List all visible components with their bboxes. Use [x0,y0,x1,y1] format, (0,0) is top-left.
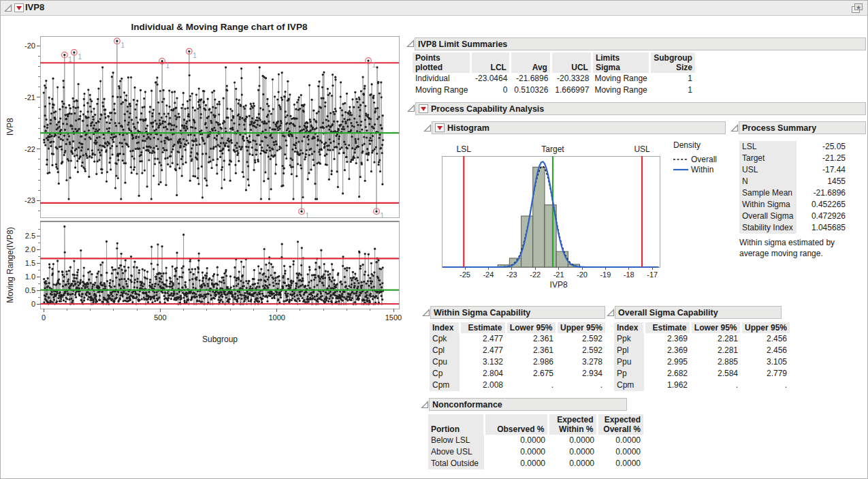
table-row[interactable]: Cpm2.008.. [430,380,605,391]
table-row[interactable]: Within Sigma0.452265 [739,199,848,211]
table-cell: 0.510326 [510,84,551,96]
table-row[interactable]: Total Outside0.00000.00000.0000 [428,458,643,469]
process-summary-header: Process Summary [739,121,866,134]
table-row[interactable]: Cp2.8042.6752.934 [430,368,605,380]
svg-text:1: 1 [166,62,170,69]
table-row[interactable]: Pp2.6822.5842.779 [614,368,790,380]
table-row[interactable]: USL-17.44 [739,164,848,176]
table-cell: 2.369 [644,333,690,345]
table-cell: 3.132 [460,356,506,368]
svg-text:-25: -25 [460,271,470,279]
svg-text:1: 1 [120,42,125,49]
table-row[interactable]: Below LSL0.00000.00000.0000 [428,435,643,446]
disclosure-triangle-icon[interactable] [4,4,12,12]
table-header-cell: Lower 95% [506,322,556,333]
published-report-icon[interactable]: ★ [850,3,864,14]
disclosure-triangle-icon[interactable] [407,104,415,112]
red-triangle-menu-button[interactable] [14,3,24,12]
table-row[interactable]: Ppl2.3692.2812.456 [614,345,790,356]
legend-title: Density [673,140,701,150]
table-row[interactable]: Above USL0.00000.00000.0000 [428,446,643,458]
table-cell: 3.105 [741,356,790,368]
x-axis-label: Subgroup [202,335,238,344]
table-cell: Sample Mean [739,187,797,199]
table-cell: 2.361 [506,345,556,356]
table-header-cell: Index [430,322,460,333]
svg-text:0.5: 0.5 [25,286,35,294]
table-cell: Cpu [430,356,460,368]
table-cell: . [506,380,556,391]
table-header-cell: Subgroup Size [650,52,695,73]
overall-capability-table[interactable]: IndexEstimateLower 95%Upper 95%Ppk2.3692… [614,322,790,391]
table-row[interactable]: Cpu3.1322.9863.278 [430,356,605,368]
table-cell: Cpm [614,380,644,391]
table-cell: Below LSL [428,435,484,446]
table-cell: 2.885 [690,356,741,368]
table-header-cell: LCL [470,52,510,73]
table-row[interactable]: Cpk2.4772.3612.592 [430,333,605,345]
table-header-cell: Estimate [460,322,506,333]
table-row[interactable]: N1455 [739,176,848,187]
disclosure-triangle-icon[interactable] [423,124,432,132]
red-triangle-menu-button[interactable] [419,104,428,113]
svg-text:2.5: 2.5 [25,232,35,240]
table-row[interactable]: Moving Range00.5103261.666997Moving Rang… [413,84,695,96]
table-row[interactable]: Ppk2.3692.2812.456 [614,333,790,345]
table-cell: Within Sigma [739,199,797,211]
table-cell: 0.0000 [597,458,643,469]
limit-summaries-table[interactable]: Points plottedLCLAvgUCLLimits SigmaSubgr… [413,52,695,96]
disclosure-triangle-icon[interactable] [421,401,429,409]
table-cell: LSL [739,141,797,153]
disclosure-triangle-icon[interactable] [406,40,415,48]
table-cell: -21.25 [797,153,848,164]
pca-header: Process Capability Analysis [415,102,866,115]
table-row[interactable]: Cpl2.4772.3612.592 [430,345,605,356]
table-cell: 0 [470,84,510,96]
table-row[interactable]: Ppu2.9952.8853.105 [614,356,790,368]
disclosure-triangle-icon[interactable] [422,309,430,317]
nonconformance-table[interactable]: PortionObserved %Expected Within %Expect… [428,414,643,469]
table-row[interactable]: LSL-25.05 [739,141,848,153]
red-triangle-menu-button[interactable] [435,123,445,132]
table-cell: 0.0000 [548,458,597,469]
table-row[interactable]: Individual-23.0464-21.6896-20.3328Moving… [413,73,695,84]
table-cell: 1 [650,73,695,84]
svg-text:Individual & Moving Range char: Individual & Moving Range chart of IVP8 [131,22,308,32]
table-row[interactable]: Overall Sigma0.472926 [739,211,848,222]
table-cell: 2.986 [506,356,556,368]
within-capability-table[interactable]: IndexEstimateLower 95%Upper 95%Cpk2.4772… [430,322,605,391]
table-cell: 2.361 [506,333,556,345]
table-cell: 3.278 [556,356,605,368]
report-title: IVP8 [25,2,44,12]
disclosure-triangle-icon[interactable] [607,309,615,317]
table-header-cell: Observed % [484,414,548,435]
table-row[interactable]: Stability Index1.045685 [739,222,848,234]
table-row[interactable]: Sample Mean-21.6896 [739,187,848,199]
process-summary-table[interactable]: LSL-25.05Target-21.25USL-17.44N1455Sampl… [739,141,848,234]
table-cell: 2.675 [506,368,556,380]
individual-moving-range-chart[interactable]: Individual & Moving Range chart of IVP81… [1,16,409,355]
table-cell: 2.934 [556,368,605,380]
table-header-row: IndexEstimateLower 95%Upper 95% [430,322,605,333]
table-cell: Overall Sigma [739,211,797,222]
table-cell: 0.472926 [797,211,848,222]
table-cell: 2.682 [644,368,690,380]
table-cell: N [739,176,797,187]
svg-text:0: 0 [42,313,46,322]
svg-text:1000: 1000 [268,313,285,322]
capability-histogram[interactable]: LSLUSLTarget-25-24-23-22-21-20-19-18-17I… [421,137,736,297]
report-title-band: IVP8 ★ [1,1,868,16]
histogram-title: Histogram [447,123,489,134]
svg-text:1500: 1500 [385,313,402,322]
table-row[interactable]: Cpm1.962.. [614,380,790,391]
table-cell: 1.962 [644,380,690,391]
table-cell: 1.045685 [797,222,848,234]
table-cell: 0.0000 [548,435,597,446]
within-capability-header: Within Sigma Capability [430,306,605,319]
table-cell: . [690,380,741,391]
y-axis-label: Moving Range(IVP8) [5,227,15,303]
table-cell: 2.281 [690,345,741,356]
table-row[interactable]: Target-21.25 [739,153,848,164]
disclosure-triangle-icon[interactable] [730,124,739,132]
jmp-report-window: IVP8 ★ Individual & Moving Range chart o… [0,0,868,479]
